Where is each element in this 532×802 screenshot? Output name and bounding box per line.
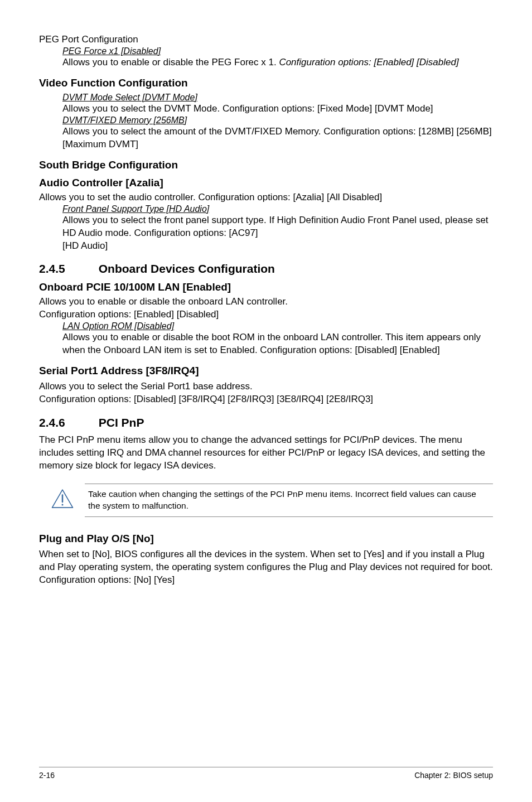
audio-title: Audio Controller [Azalia] (39, 177, 493, 189)
south-bridge-title: South Bridge Configuration (39, 159, 493, 171)
footer-page-number: 2-16 (39, 771, 55, 780)
page-footer: 2-16 Chapter 2: BIOS setup (39, 767, 493, 780)
plug-text2: Configuration options: [No] [Yes] (39, 574, 493, 587)
section-245: 2.4.5Onboard Devices Configuration (39, 262, 493, 276)
plug-text1: When set to [No], BIOS configures all th… (39, 548, 493, 574)
pcie-text2: Configuration options: [Enabled] [Disabl… (39, 308, 493, 321)
svg-point-1 (61, 504, 63, 505)
section-245-title: Onboard Devices Configuration (99, 262, 275, 275)
serial-text1: Allows you to select the Serial Port1 ba… (39, 380, 493, 393)
lan-rom-text: Allows you to enable or disable the boot… (62, 331, 493, 357)
caution-text: Take caution when changing the settings … (85, 484, 493, 517)
peg-text-plain: Allows you to enable or disable the PEG … (62, 57, 279, 67)
section-246-title: PCI PnP (99, 416, 144, 429)
serial-text2: Configuration options: [Disabled] [3F8/I… (39, 393, 493, 406)
serial-title: Serial Port1 Address [3F8/IRQ4] (39, 365, 493, 377)
dvmt-mem-head: DVMT/FIXED Memory [256MB] (62, 115, 493, 125)
section-246-num: 2.4.6 (39, 416, 65, 429)
front-panel-head: Front Panel Support Type [HD Audio] (62, 204, 493, 214)
peg-title: PEG Port Configuration (39, 33, 493, 46)
footer-chapter: Chapter 2: BIOS setup (414, 771, 493, 780)
dvmt-mode-head: DVMT Mode Select [DVMT Mode] (62, 93, 493, 103)
section-245-num: 2.4.5 (39, 262, 65, 275)
section-246: 2.4.6PCI PnP (39, 416, 493, 429)
front-panel-text1: Allows you to select the front panel sup… (62, 214, 493, 240)
alert-icon (50, 489, 75, 512)
peg-force-head: PEG Force x1 [Disabled] (62, 46, 493, 56)
peg-force-text: Allows you to enable or disable the PEG … (62, 56, 493, 69)
dvmt-mem-text: Allows you to select the amount of the D… (62, 125, 493, 151)
front-panel-text2: [HD Audio] (62, 240, 493, 253)
peg-text-config: Configuration options: [Enabled] [Disabl… (279, 57, 458, 67)
dvmt-mode-text: Allows you to select the DVMT Mode. Conf… (62, 103, 493, 115)
pcie-title: Onboard PCIE 10/100M LAN [Enabled] (39, 281, 493, 293)
audio-text: Allows you to set the audio controller. … (39, 191, 493, 204)
plug-title: Plug and Play O/S [No] (39, 533, 493, 545)
pcie-text1: Allows you to enable or disable the onbo… (39, 296, 493, 308)
lan-rom-head: LAN Option ROM [Disabled] (62, 321, 493, 331)
caution-callout: Take caution when changing the settings … (39, 484, 493, 517)
pci-pnp-text: The PCI PnP menu items allow you to chan… (39, 434, 493, 472)
video-title: Video Function Configuration (39, 77, 493, 89)
